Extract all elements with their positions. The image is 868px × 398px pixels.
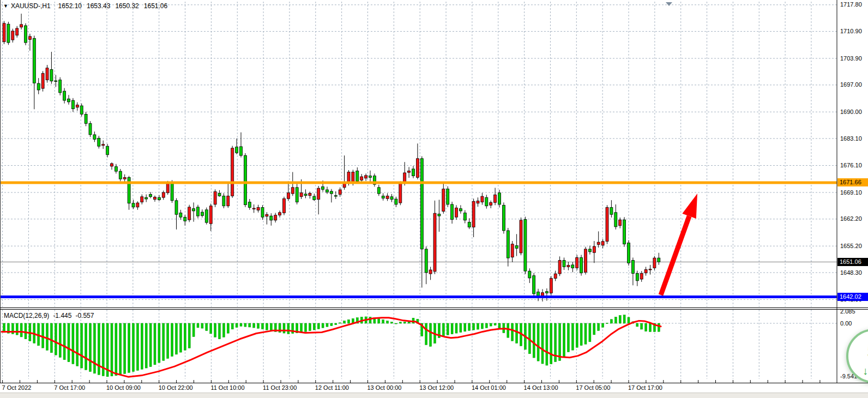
macd-axis-label: 0.00	[840, 320, 852, 327]
time-axis-label: 10 Oct 09:00	[106, 384, 141, 391]
price-axis-label: 1717.80	[840, 1, 862, 8]
quote-close: 1651.06	[144, 2, 167, 10]
bid-price-badge: 1651.06	[837, 258, 868, 266]
time-axis-label: 7 Oct 2022	[2, 384, 32, 391]
symbol-dropdown-icon: ▼	[3, 3, 8, 9]
symbol-label: XAUUSD-,H1	[11, 2, 51, 10]
time-axis-label: 13 Oct 00:00	[367, 384, 402, 391]
price-axis-label: 1690.00	[840, 108, 862, 116]
window-bottom-strip	[0, 393, 868, 398]
macd-value: -1.445	[53, 312, 71, 319]
time-axis-label: 14 Oct 13:00	[524, 384, 558, 391]
time-axis-label: 14 Oct 01:00	[472, 384, 506, 391]
down-arrow-icon: ↓	[863, 365, 868, 377]
price-axis-label: 1662.20	[840, 215, 862, 222]
macd-name: MACD(12,26,9)	[4, 312, 49, 319]
time-axis-label: 12 Oct 11:00	[315, 384, 349, 391]
price-axis-label: 1710.90	[840, 28, 862, 35]
price-axis-label: 1676.10	[840, 162, 862, 169]
chart-area[interactable]	[0, 0, 868, 398]
time-axis-label: 13 Oct 12:00	[419, 384, 454, 391]
time-axis-label: 11 Oct 23:00	[263, 384, 297, 391]
time-axis-label: 17 Oct 17:00	[628, 384, 662, 391]
price-axis-label: 1703.90	[840, 55, 862, 62]
resistance-price-badge: 1671.66	[837, 178, 868, 186]
macd-axis-label: 2.085	[840, 308, 855, 315]
time-axis-label: 10 Oct 22:00	[159, 384, 193, 391]
price-axis-label: 1683.10	[840, 135, 862, 142]
price-axis-label: 1655.20	[840, 243, 862, 250]
quote-high: 1653.43	[87, 2, 110, 10]
price-axis-label: 1648.30	[840, 269, 862, 276]
overlay-count-label: 5	[848, 335, 868, 365]
quote-low: 1650.32	[115, 2, 138, 10]
chart-header: ▼XAUUSD-,H11652.101653.431650.321651.06	[3, 2, 172, 10]
time-axis-label: 11 Oct 10:00	[210, 384, 244, 391]
price-axis-label: 1697.00	[840, 81, 862, 88]
support-price-badge: 1642.02	[837, 293, 868, 301]
macd-indicator-label: MACD(12,26,9)-1.445-0.557	[4, 312, 98, 319]
macd-signal-value: -0.557	[75, 312, 94, 319]
time-axis-label: 7 Oct 17:00	[54, 384, 85, 391]
time-axis-label: 17 Oct 05:00	[576, 384, 610, 391]
price-axis-label: 1669.10	[840, 189, 862, 196]
quote-open: 1652.10	[58, 2, 82, 10]
chart-window: ▼XAUUSD-,H11652.101653.431650.321651.06 …	[0, 0, 868, 398]
